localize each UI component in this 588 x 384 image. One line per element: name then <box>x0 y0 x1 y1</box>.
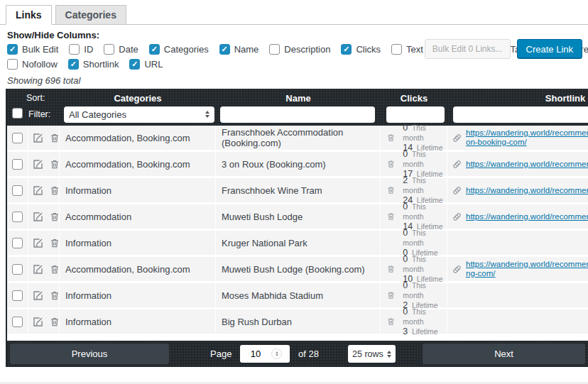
column-toggle-nofollow[interactable]: Nofollow <box>7 59 58 70</box>
clicks-stats: 0 This month3 Lifetime <box>403 307 447 336</box>
shortlink-filter-input[interactable] <box>453 106 588 123</box>
column-header-shortlink[interactable]: Shortlink <box>447 93 588 104</box>
row-checkbox[interactable] <box>12 212 23 222</box>
checkbox-icon[interactable] <box>219 44 230 55</box>
shortlink-url[interactable]: https://wandering.world/recommends/frans… <box>466 186 588 195</box>
column-toggle-bulk-edit[interactable]: Bulk Edit <box>7 44 58 55</box>
column-header-name[interactable]: Name <box>216 93 381 104</box>
row-checkbox[interactable] <box>12 264 23 275</box>
checkbox-icon[interactable] <box>149 44 160 55</box>
column-toggle-shortlink[interactable]: Shortlink <box>68 59 119 70</box>
edit-icon[interactable] <box>32 132 44 144</box>
table-row: AccommodationMuweti Bush Lodge0 This mon… <box>7 204 588 231</box>
table-row: InformationMoses Mabhida Stadium0 This m… <box>7 283 588 309</box>
column-toggle-id[interactable]: ID <box>69 44 93 55</box>
bulk-edit-button[interactable]: Bulk Edit 0 Links... <box>425 39 511 59</box>
reset-clicks-icon[interactable] <box>386 212 397 221</box>
shortlink-url[interactable]: https://wandering.world/recommends/frans… <box>466 128 588 147</box>
column-toggle-label: Date <box>119 44 138 55</box>
column-toggle-label: Bulk Edit <box>22 44 58 55</box>
rows-per-page-value: 25 rows <box>352 349 383 359</box>
name-filter-input[interactable] <box>220 106 375 123</box>
reset-clicks-icon[interactable] <box>386 185 397 195</box>
trash-icon[interactable] <box>49 290 60 302</box>
checkbox-icon[interactable] <box>104 44 114 55</box>
row-checkbox[interactable] <box>12 238 23 248</box>
row-checkbox[interactable] <box>12 185 23 196</box>
row-checkbox[interactable] <box>12 290 23 301</box>
edit-icon[interactable] <box>32 237 44 249</box>
trash-icon[interactable] <box>49 185 60 197</box>
edit-icon[interactable] <box>32 211 44 223</box>
row-checkbox[interactable] <box>12 133 23 143</box>
column-toggle-date[interactable]: Date <box>104 44 138 55</box>
checkbox-icon[interactable] <box>7 59 18 70</box>
column-toggle-text[interactable]: Text <box>391 44 423 55</box>
tab-bar: Links Categories <box>0 0 588 25</box>
next-page-button[interactable]: Next <box>423 344 585 364</box>
trash-icon[interactable] <box>49 132 60 144</box>
link-icon <box>452 159 462 170</box>
edit-icon[interactable] <box>32 158 44 170</box>
page-number-input[interactable] <box>240 348 271 360</box>
column-header-categories[interactable]: Categories <box>60 93 216 104</box>
trash-icon[interactable] <box>49 316 60 328</box>
table-row: Accommodation, Booking.comMuweti Bush Lo… <box>7 257 588 283</box>
reset-clicks-icon[interactable] <box>386 133 397 143</box>
previous-page-button[interactable]: Previous <box>10 344 169 364</box>
category-filter-select[interactable]: All Categories <box>64 106 214 123</box>
checkbox-icon[interactable] <box>69 44 80 55</box>
shortlink-line: https://wandering.world/recommends/3-on-… <box>466 160 588 169</box>
tab-categories[interactable]: Categories <box>55 5 126 25</box>
checkbox-icon[interactable] <box>7 44 18 55</box>
create-link-button[interactable]: Create Link <box>517 39 582 59</box>
checkbox-icon[interactable] <box>341 44 352 55</box>
edit-icon[interactable] <box>32 316 44 328</box>
column-toggle-label: Shortlink <box>83 59 119 70</box>
column-toggle-label: Name <box>234 44 259 55</box>
shortlink-line: https://wandering.world/recommends/frans… <box>466 128 588 138</box>
row-name: Moses Mabhida Stadium <box>216 283 381 307</box>
rows-per-page-select[interactable]: 25 rows <box>348 345 396 363</box>
column-toggle-name[interactable]: Name <box>219 44 259 55</box>
column-toggle-url[interactable]: URL <box>129 59 163 70</box>
row-checkbox[interactable] <box>12 159 23 170</box>
shortlink-line: ng-com/ <box>466 269 588 278</box>
select-all-checkbox[interactable] <box>12 108 23 119</box>
column-header-clicks[interactable]: Clicks <box>381 93 447 104</box>
row-checkbox[interactable] <box>12 317 23 327</box>
checkbox-icon[interactable] <box>129 59 140 70</box>
checkbox-icon[interactable] <box>269 44 280 55</box>
trash-icon[interactable] <box>49 211 60 223</box>
column-toggle-description[interactable]: Description <box>269 44 330 55</box>
page-count-label: of 28 <box>298 341 319 367</box>
table-row: Accommodation, Booking.com3 on Roux (Boo… <box>7 152 588 178</box>
column-toggle-label: ID <box>84 44 93 55</box>
clicks-filter-input[interactable] <box>386 106 445 123</box>
reset-clicks-icon[interactable] <box>386 317 397 327</box>
tab-links[interactable]: Links <box>6 5 52 25</box>
shortlink-url[interactable]: https://wandering.world/recommends/muwet… <box>466 260 588 278</box>
reset-clicks-icon[interactable] <box>386 290 397 300</box>
shortlink-url[interactable]: https://wandering.world/recommends/3-on-… <box>466 160 588 169</box>
link-icon <box>452 185 462 196</box>
checkbox-icon[interactable] <box>68 59 79 70</box>
checkbox-icon[interactable] <box>391 44 402 55</box>
column-toggle-label: Nofollow <box>22 59 58 70</box>
trash-icon[interactable] <box>49 158 60 170</box>
trash-icon[interactable] <box>49 237 60 249</box>
edit-icon[interactable] <box>32 290 44 302</box>
edit-icon[interactable] <box>32 185 44 197</box>
select-stepper-icon <box>387 351 391 358</box>
row-name: Muweti Bush Lodge (Booking.com) <box>216 257 381 281</box>
edit-icon[interactable] <box>32 263 44 275</box>
shortlink-line: https://wandering.world/recommends/muwet… <box>466 212 588 221</box>
page-spinner-icon[interactable] <box>271 349 282 359</box>
shortlink-url[interactable]: https://wandering.world/recommends/muwet… <box>466 212 588 221</box>
column-toggle-clicks[interactable]: Clicks <box>341 44 381 55</box>
column-toggle-categories[interactable]: Categories <box>149 44 209 55</box>
reset-clicks-icon[interactable] <box>386 264 397 274</box>
reset-clicks-icon[interactable] <box>386 159 397 169</box>
trash-icon[interactable] <box>49 263 60 275</box>
column-toggle-row-2: NofollowShortlinkURL <box>7 59 588 70</box>
